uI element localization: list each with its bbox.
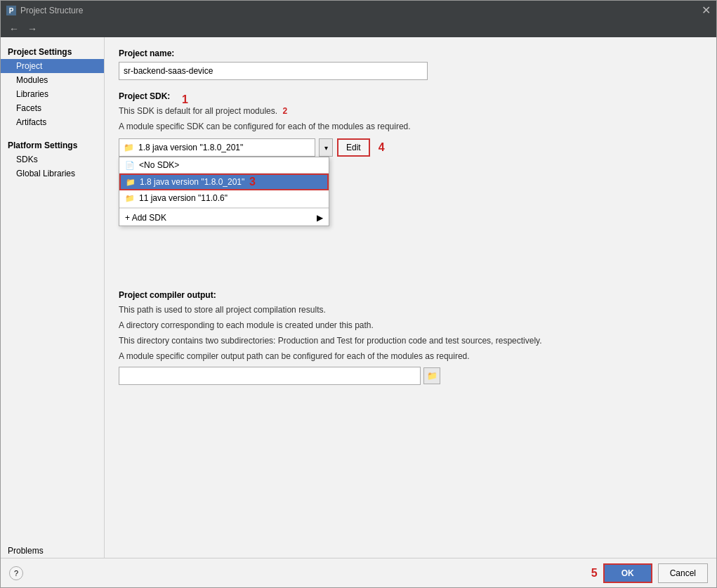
num-label-3: 3 [249,176,256,188]
compiler-section: Project compiler output: This path is us… [119,290,702,385]
sidebar-item-artifacts[interactable]: Artifacts [1,115,104,129]
window-icon: P [6,6,16,15]
num-label-5: 5 [591,567,598,580]
sidebar-item-project[interactable]: Project [1,59,104,73]
sdk-desc2: A module specific SDK can be configured … [119,120,702,133]
sidebar-item-libraries[interactable]: Libraries [1,87,104,101]
sdk-dropdown-menu[interactable]: 📄 <No SDK> 📁 1.8 java version "1.8.0_201… [119,157,329,226]
sdk-option-no-sdk[interactable]: 📄 <No SDK> [119,157,329,174]
compiler-output-label: Project compiler output: [119,290,702,300]
toolbar: ← → [1,20,716,37]
sdk-label: Project SDK: [119,91,702,101]
sdk-select[interactable]: 📁 1.8 java version "1.8.0_201" [119,138,315,157]
ok-button[interactable]: OK [603,563,652,583]
project-name-input[interactable] [119,62,428,80]
close-button[interactable]: ✕ [702,5,711,16]
sidebar-item-modules[interactable]: Modules [1,73,104,87]
folder-icon: 📁 [124,143,134,152]
compiler-desc3: This directory contains two subdirectori… [119,334,702,347]
sdk-row: 📁 1.8 java version "1.8.0_201" 📄 <No SDK… [119,138,702,157]
sdk-add-option[interactable]: + Add SDK ▶ [119,210,329,226]
num-label-4: 4 [379,141,385,154]
sdk-selected-text: 1.8 java version "1.8.0_201" [138,143,243,152]
forward-button[interactable]: → [25,22,40,36]
window-title: Project Structure [20,6,83,15]
main-panel: 1 Project name: Project SDK: This SDK is… [105,37,716,558]
help-button[interactable]: ? [9,566,23,580]
jdk18-icon: 📁 [126,178,136,187]
sdk-dropdown-wrapper: 📁 1.8 java version "1.8.0_201" 📄 <No SDK… [119,138,315,157]
compiler-desc4: A module specific compiler output path c… [119,350,702,362]
compiler-output-input[interactable] [119,367,421,385]
no-sdk-icon: 📄 [125,161,135,170]
sdk-option-jdk18[interactable]: 📁 1.8 java version "1.8.0_201" 3 [119,174,329,190]
platform-settings-header: Platform Settings [1,136,104,152]
title-bar: P Project Structure ✕ [1,1,716,20]
sidebar: Project Settings Project Modules Librari… [1,37,105,558]
compiler-output-row: 📁 [119,367,702,385]
compiler-desc1: This path is used to store all project c… [119,303,702,316]
project-settings-header: Project Settings [1,43,104,59]
jdk11-icon: 📁 [125,194,135,203]
sidebar-item-facets[interactable]: Facets [1,101,104,115]
sdk-option-jdk11[interactable]: 📁 11 java version "11.0.6" [119,190,329,206]
bottom-right-buttons: 5 OK Cancel [591,563,708,583]
sdk-desc1: This SDK is default for all project modu… [119,105,702,117]
chevron-right-icon: ▶ [317,213,323,223]
compiler-desc2: A directory corresponding to each module… [119,319,702,332]
bottom-bar: ? 5 OK Cancel [1,558,716,587]
sidebar-item-problems[interactable]: Problems [1,544,104,558]
edit-button[interactable]: Edit [337,138,370,157]
sidebar-item-sdks[interactable]: SDKs [1,152,104,166]
sdk-dropdown-arrow[interactable]: ▾ [319,138,333,157]
project-name-label: Project name: [119,48,702,58]
num-label-2: 2 [282,106,287,116]
back-button[interactable]: ← [6,22,22,36]
compiler-browse-button[interactable]: 📁 [423,367,440,384]
sidebar-item-global-libraries[interactable]: Global Libraries [1,166,104,181]
sdk-section: Project SDK: This SDK is default for all… [119,91,702,157]
cancel-button[interactable]: Cancel [658,563,708,583]
